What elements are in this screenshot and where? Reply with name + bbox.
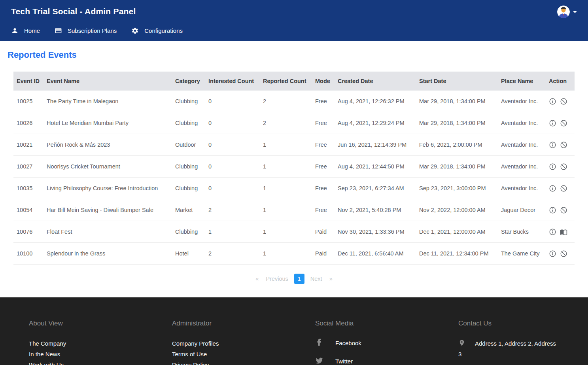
- mode-cell: Paid: [312, 243, 335, 265]
- block-icon[interactable]: [560, 163, 567, 170]
- reported-count-cell: 1: [260, 134, 312, 156]
- reported-count-cell: 1: [260, 178, 312, 199]
- category-cell: Outdoor: [172, 134, 205, 156]
- person-icon: [11, 27, 19, 34]
- action-cell: [546, 112, 575, 134]
- footer-heading: Administrator: [172, 320, 315, 327]
- interested-count-cell: 2: [205, 243, 260, 265]
- created-date-cell: Jun 16, 2021, 12:14:39 PM: [335, 134, 416, 156]
- event-id-cell: 10026: [13, 112, 43, 134]
- nav-item-home[interactable]: Home: [11, 27, 40, 34]
- info-icon[interactable]: [549, 119, 556, 127]
- created-date-cell: Dec 11, 2021, 6:56:40 AM: [335, 243, 416, 265]
- category-cell: Clubbing: [172, 178, 205, 199]
- table-row: 10076Float FestClubbing11PaidNov 30, 202…: [13, 221, 575, 243]
- pagination-last[interactable]: »: [326, 276, 336, 282]
- action-cell: [546, 243, 575, 265]
- block-icon[interactable]: [560, 206, 567, 214]
- footer-column-social-media: Social MediaFacebookTwitter: [315, 320, 458, 365]
- table-body: 10025The Party Time in MalegaonClubbing0…: [13, 91, 575, 265]
- column-header-start-date: Start Date: [416, 72, 498, 91]
- page-title: Reported Events: [8, 50, 588, 60]
- pagination-previous[interactable]: Previous: [262, 276, 291, 282]
- interested-count-cell: 0: [205, 112, 260, 134]
- mode-cell: Free: [312, 134, 335, 156]
- event-name-cell: Noorisys Cricket Tournament: [43, 156, 172, 178]
- avatar[interactable]: [557, 6, 570, 18]
- mode-cell: Free: [312, 178, 335, 199]
- table-header-row: Event IDEvent NameCategoryInterested Cou…: [13, 72, 575, 91]
- user-menu[interactable]: [557, 6, 577, 18]
- footer-link-terms-of-use[interactable]: Terms of Use: [172, 349, 315, 359]
- app-header: Tech Trial Social - Admin Panel HomeSubs…: [0, 0, 588, 41]
- column-header-interested-count: Interested Count: [205, 72, 260, 91]
- pagination-next[interactable]: Next: [307, 276, 326, 282]
- social-link-twitter[interactable]: Twitter: [315, 356, 458, 365]
- interested-count-cell: 0: [205, 134, 260, 156]
- place-name-cell: Aventador Inc.: [498, 134, 546, 156]
- column-header-reported-count: Reported Count: [260, 72, 312, 91]
- table-header: Event IDEvent NameCategoryInterested Cou…: [13, 72, 575, 91]
- nav-item-label: Configurations: [144, 27, 183, 34]
- event-id-cell: 10054: [13, 199, 43, 221]
- block-icon[interactable]: [560, 141, 567, 149]
- column-header-event-name: Event Name: [43, 72, 172, 91]
- block-icon[interactable]: [560, 185, 567, 192]
- footer-link-company-profiles[interactable]: Company Profiles: [172, 338, 315, 349]
- start-date-cell: Nov 2, 2022, 12:00:00 AM: [416, 199, 498, 221]
- column-header-action: Action: [546, 72, 575, 91]
- created-date-cell: Aug 4, 2021, 12:44:50 PM: [335, 156, 416, 178]
- info-icon[interactable]: [549, 98, 556, 105]
- reported-count-cell: 1: [260, 243, 312, 265]
- column-header-event-id: Event ID: [13, 72, 43, 91]
- footer-column-contact-us: Contact UsAddress 1, Address 2, Address …: [458, 320, 588, 365]
- event-name-cell: Living Philosophy Course: Free Introduct…: [43, 178, 172, 199]
- reported-count-cell: 1: [260, 199, 312, 221]
- block-icon[interactable]: [560, 250, 567, 257]
- place-name-cell: Aventador Inc.: [498, 91, 546, 112]
- nav-item-configurations[interactable]: Configurations: [131, 27, 183, 34]
- info-icon[interactable]: [549, 250, 556, 257]
- event-id-cell: 10076: [13, 221, 43, 243]
- info-icon[interactable]: [549, 228, 556, 236]
- mode-cell: Free: [312, 91, 335, 112]
- table-row: 10026Hotel Le Meridian Mumbai PartyClubb…: [13, 112, 575, 134]
- main-content: Reported Events Event IDEvent NameCatego…: [0, 50, 588, 284]
- footer-link-work-with-us[interactable]: Work with Us: [29, 359, 172, 365]
- footer-column-administrator: AdministratorCompany ProfilesTerms of Us…: [172, 320, 315, 365]
- social-link-facebook[interactable]: Facebook: [315, 338, 458, 348]
- footer-link-privacy-policy[interactable]: Privacy Policy: [172, 359, 315, 365]
- caret-down-icon: [573, 11, 577, 13]
- action-cell: [546, 156, 575, 178]
- pagination-page-1[interactable]: 1: [294, 274, 304, 284]
- social-label: Facebook: [335, 340, 361, 346]
- column-header-mode: Mode: [312, 72, 335, 91]
- mode-cell: Free: [312, 156, 335, 178]
- action-cell: [546, 199, 575, 221]
- pagination-first[interactable]: «: [252, 276, 262, 282]
- interested-count-cell: 2: [205, 199, 260, 221]
- info-icon[interactable]: [549, 206, 556, 214]
- info-icon[interactable]: [549, 141, 556, 149]
- event-id-cell: 10027: [13, 156, 43, 178]
- info-icon[interactable]: [549, 163, 556, 170]
- block-icon[interactable]: [560, 98, 567, 105]
- footer-heading: About View: [29, 320, 172, 327]
- interested-count-cell: 0: [205, 91, 260, 112]
- reported-count-cell: 2: [260, 112, 312, 134]
- event-id-cell: 10035: [13, 178, 43, 199]
- facebook-icon: [315, 338, 323, 348]
- block-icon[interactable]: [560, 119, 567, 127]
- reported-count-cell: 1: [260, 156, 312, 178]
- start-date-cell: Mar 29, 2018, 1:34:00 PM: [416, 156, 498, 178]
- nav-item-subscription-plans[interactable]: Subscription Plans: [55, 27, 117, 34]
- created-date-cell: Aug 4, 2021, 12:29:24 PM: [335, 112, 416, 134]
- created-date-cell: Sep 23, 2021, 6:27:34 AM: [335, 178, 416, 199]
- book-icon[interactable]: [560, 228, 567, 236]
- event-name-cell: The Party Time in Malegaon: [43, 91, 172, 112]
- info-icon[interactable]: [549, 185, 556, 192]
- contact-address: Address 1, Address 2, Address 3: [458, 338, 557, 359]
- footer-link-the-company[interactable]: The Company: [29, 338, 172, 349]
- event-name-cell: Splendour in the Grass: [43, 243, 172, 265]
- footer-link-in-the-news[interactable]: In the News: [29, 349, 172, 359]
